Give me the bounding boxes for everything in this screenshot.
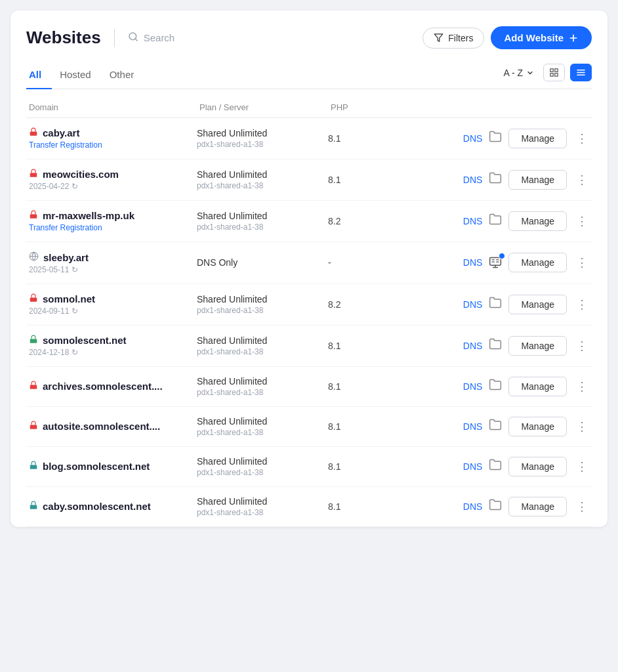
- tab-hosted[interactable]: Hosted: [57, 62, 102, 89]
- manage-button[interactable]: Manage: [508, 457, 567, 476]
- domain-sub: Transfer Registration: [29, 223, 197, 232]
- dns-link[interactable]: DNS: [463, 461, 483, 472]
- plan-name: Shared Unlimited: [197, 456, 328, 467]
- folder-icon[interactable]: [489, 337, 502, 354]
- more-button[interactable]: ⋮: [573, 378, 592, 395]
- plan-server: pdx1-shared-a1-38: [197, 508, 328, 517]
- more-button[interactable]: ⋮: [573, 418, 592, 435]
- more-button[interactable]: ⋮: [573, 213, 592, 230]
- ssl-icon: [29, 210, 38, 222]
- folder-icon[interactable]: [489, 130, 502, 146]
- plan-name: Shared Unlimited: [197, 169, 328, 180]
- dns-link[interactable]: DNS: [463, 133, 483, 144]
- grid-icon: [549, 68, 559, 77]
- manage-button[interactable]: Manage: [508, 129, 567, 148]
- ssl-icon: [29, 293, 38, 305]
- domain-cell: archives.somnolescent....: [26, 381, 197, 392]
- dns-link[interactable]: DNS: [463, 341, 483, 351]
- manage-button[interactable]: Manage: [508, 336, 567, 356]
- domain-name[interactable]: meowcities.com: [43, 169, 119, 180]
- manage-button[interactable]: Manage: [508, 377, 567, 396]
- domain-name[interactable]: somnolescent.net: [43, 335, 127, 346]
- domain-name[interactable]: somnol.net: [43, 293, 95, 304]
- plan-cell: DNS Only: [197, 257, 328, 268]
- php-cell: 8.1: [328, 461, 381, 472]
- col-plan: Plan / Server: [197, 102, 328, 112]
- domain-name[interactable]: mr-maxwells-mp.uk: [43, 210, 134, 221]
- folder-icon[interactable]: [489, 498, 502, 514]
- plan-cell: Shared Unlimited pdx1-shared-a1-38: [197, 128, 328, 149]
- php-cell: 8.2: [328, 299, 381, 310]
- manage-button[interactable]: Manage: [508, 417, 567, 436]
- domain-name[interactable]: archives.somnolescent....: [43, 381, 163, 392]
- dns-link[interactable]: DNS: [463, 175, 483, 185]
- domain-cell: somnol.net 2024-09-11 ↻: [26, 293, 197, 316]
- manage-button[interactable]: Manage: [508, 295, 567, 314]
- plan-name: Shared Unlimited: [197, 416, 328, 427]
- more-button[interactable]: ⋮: [573, 254, 592, 271]
- php-cell: 8.1: [328, 381, 381, 392]
- filter-icon: [434, 33, 443, 43]
- ssl-icon: [29, 461, 38, 472]
- folder-icon[interactable]: [489, 213, 502, 229]
- tabs-right: A - Z: [499, 64, 592, 87]
- folder-icon[interactable]: [489, 418, 502, 434]
- domain-name[interactable]: autosite.somnolescent....: [43, 421, 160, 432]
- more-button[interactable]: ⋮: [573, 296, 592, 313]
- domain-sub: 2024-09-11 ↻: [29, 306, 197, 316]
- more-button[interactable]: ⋮: [573, 458, 592, 475]
- search-box[interactable]: Search: [128, 32, 413, 44]
- dns-link[interactable]: DNS: [463, 501, 483, 512]
- sort-button[interactable]: A - Z: [499, 65, 538, 81]
- grid-view-button[interactable]: [543, 64, 565, 81]
- folder-icon[interactable]: [489, 378, 502, 394]
- dns-link[interactable]: DNS: [463, 421, 483, 432]
- list-icon: [576, 68, 586, 77]
- folder-icon[interactable]: [489, 458, 502, 474]
- table-row: archives.somnolescent.... Shared Unlimit…: [26, 367, 592, 407]
- ssl-icon: [29, 169, 38, 180]
- domain-main: autosite.somnolescent....: [29, 421, 197, 432]
- domain-name[interactable]: caby.somnolescent.net: [43, 501, 151, 512]
- table-body: caby.art Transfer Registration Shared Un…: [26, 118, 592, 527]
- col-php: PHP: [328, 102, 381, 112]
- sort-label: A - Z: [503, 68, 523, 78]
- header-divider: [114, 29, 115, 47]
- domain-cell: caby.art Transfer Registration: [26, 127, 197, 150]
- dns-link[interactable]: DNS: [463, 299, 483, 310]
- manage-button[interactable]: Manage: [508, 170, 567, 190]
- manage-button[interactable]: Manage: [508, 211, 567, 231]
- dns-link[interactable]: DNS: [463, 257, 483, 268]
- folder-icon[interactable]: [489, 296, 502, 312]
- filters-button[interactable]: Filters: [422, 28, 484, 49]
- more-button[interactable]: ⋮: [573, 498, 592, 515]
- manage-button[interactable]: Manage: [508, 497, 567, 516]
- domain-name[interactable]: sleeby.art: [43, 252, 89, 263]
- domain-main: somnolescent.net: [29, 335, 197, 346]
- tab-other[interactable]: Other: [107, 62, 145, 89]
- page-title: Websites: [26, 28, 101, 48]
- more-button[interactable]: ⋮: [573, 337, 592, 354]
- svg-rect-12: [30, 131, 37, 135]
- plan-server: pdx1-shared-a1-38: [197, 347, 328, 356]
- plan-cell: Shared Unlimited pdx1-shared-a1-38: [197, 211, 328, 232]
- table-row: sleeby.art 2025-05-11 ↻ DNS Only - DNS M…: [26, 242, 592, 284]
- manage-button[interactable]: Manage: [508, 253, 567, 272]
- domain-main: mr-maxwells-mp.uk: [29, 210, 197, 222]
- plan-server: pdx1-shared-a1-38: [197, 388, 328, 397]
- domain-name[interactable]: blog.somnolescent.net: [43, 461, 150, 472]
- actions-cell: DNS Manage ⋮: [381, 377, 592, 396]
- add-website-button[interactable]: Add Website: [491, 26, 592, 49]
- list-view-button[interactable]: [570, 64, 592, 81]
- domain-name[interactable]: caby.art: [43, 127, 79, 138]
- folder-icon[interactable]: [489, 171, 502, 188]
- svg-rect-8: [550, 74, 553, 76]
- tab-all[interactable]: All: [26, 62, 52, 89]
- dns-link[interactable]: DNS: [463, 381, 483, 392]
- domain-cell: mr-maxwells-mp.uk Transfer Registration: [26, 210, 197, 232]
- svg-rect-23: [30, 505, 37, 509]
- more-button[interactable]: ⋮: [573, 130, 592, 147]
- backup-icon[interactable]: [489, 256, 502, 269]
- dns-link[interactable]: DNS: [463, 216, 483, 226]
- more-button[interactable]: ⋮: [573, 171, 592, 188]
